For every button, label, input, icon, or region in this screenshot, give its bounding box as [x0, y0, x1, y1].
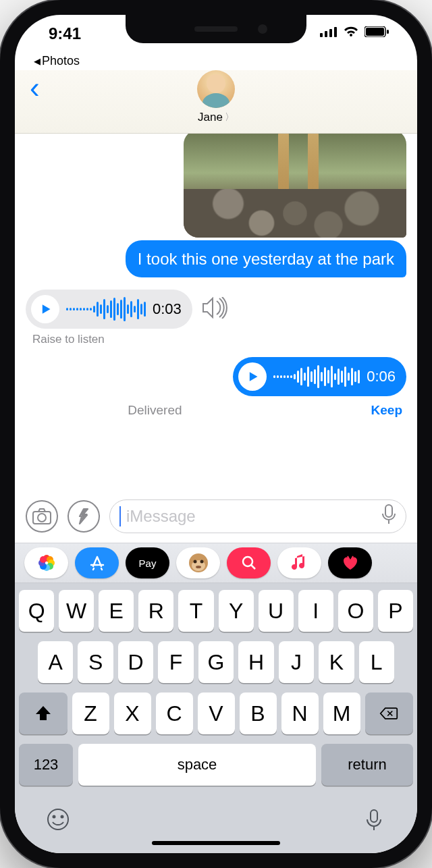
svg-point-23	[243, 557, 252, 566]
key-t[interactable]: T	[178, 590, 213, 632]
app-music[interactable]	[277, 547, 321, 578]
app-memoji[interactable]	[176, 547, 220, 578]
keyboard-row-3: ZXCVBNM	[19, 693, 413, 734]
key-q[interactable]: Q	[19, 590, 54, 632]
key-f[interactable]: F	[158, 641, 193, 683]
message-thread[interactable]: I took this one yesterday at the park 0:…	[15, 134, 417, 489]
camera-button[interactable]	[26, 500, 58, 533]
waveform	[66, 296, 146, 323]
key-h[interactable]: H	[238, 641, 273, 683]
breadcrumb-back-icon: ◂	[34, 54, 40, 67]
app-appstore[interactable]	[75, 547, 119, 578]
app-strip[interactable]: Pay	[15, 543, 417, 583]
audio-hint: Raise to listen	[32, 333, 105, 346]
image-content	[184, 189, 406, 238]
shift-key[interactable]	[19, 693, 68, 734]
key-a[interactable]: A	[38, 641, 73, 683]
svg-point-26	[61, 816, 63, 818]
text-cursor	[119, 506, 121, 526]
speaker-icon[interactable]	[202, 297, 229, 321]
svg-point-24	[48, 809, 68, 830]
key-n[interactable]: N	[281, 693, 319, 734]
key-e[interactable]: E	[99, 590, 134, 632]
key-b[interactable]: B	[240, 693, 277, 734]
screen: 9:41 ◂ Photos ‹ Jane 〉	[15, 15, 417, 853]
svg-rect-5	[366, 28, 384, 36]
key-r[interactable]: R	[138, 590, 173, 632]
key-i[interactable]: I	[298, 590, 333, 632]
breadcrumb[interactable]: ◂ Photos	[15, 51, 417, 70]
dictation-button[interactable]	[381, 504, 396, 528]
numbers-key[interactable]: 123	[19, 744, 73, 786]
key-x[interactable]: X	[114, 693, 151, 734]
key-y[interactable]: Y	[219, 590, 254, 632]
notch	[126, 15, 306, 43]
received-audio-message[interactable]: 0:03	[26, 290, 192, 329]
svg-rect-2	[329, 29, 332, 37]
front-camera	[258, 24, 267, 34]
keyboard-row-4: 123 space return	[19, 744, 413, 786]
key-w[interactable]: W	[59, 590, 94, 632]
key-j[interactable]: J	[279, 641, 314, 683]
message-text: I took this one yesterday at the park	[138, 250, 394, 268]
key-v[interactable]: V	[198, 693, 235, 734]
key-o[interactable]: O	[338, 590, 373, 632]
input-placeholder: iMessage	[126, 507, 376, 526]
earpiece	[194, 26, 238, 32]
wifi-icon	[343, 26, 359, 38]
dictation-key[interactable]	[362, 807, 386, 834]
svg-point-8	[38, 514, 46, 522]
contact-avatar	[197, 70, 235, 108]
apps-button[interactable]	[68, 500, 100, 533]
contact-info[interactable]: Jane 〉	[197, 70, 235, 124]
sent-audio-message[interactable]: 0:06	[233, 357, 406, 396]
key-k[interactable]: K	[319, 641, 354, 683]
delivery-status: Delivered	[128, 403, 182, 418]
keyboard-row-1: QWERTYUIOP	[19, 590, 413, 632]
status-time: 9:41	[35, 23, 81, 43]
compose-bar: iMessage	[15, 489, 417, 543]
keep-button[interactable]: Keep	[371, 403, 402, 418]
svg-point-25	[53, 816, 55, 818]
key-z[interactable]: Z	[72, 693, 109, 734]
message-status-row: Delivered Keep	[128, 403, 402, 418]
play-button[interactable]	[238, 362, 267, 391]
svg-rect-27	[371, 810, 377, 822]
key-g[interactable]: G	[198, 641, 234, 683]
conversation-header: ‹ Jane 〉	[15, 70, 417, 134]
app-search[interactable]	[227, 547, 271, 578]
key-m[interactable]: M	[323, 693, 360, 734]
message-input[interactable]: iMessage	[109, 499, 406, 533]
breadcrumb-label: Photos	[42, 54, 80, 68]
battery-icon	[364, 26, 389, 37]
svg-rect-9	[385, 505, 392, 517]
backspace-key[interactable]	[365, 693, 414, 734]
sent-text-message[interactable]: I took this one yesterday at the park	[126, 240, 406, 277]
key-l[interactable]: L	[359, 641, 394, 683]
svg-rect-6	[387, 30, 389, 34]
play-button[interactable]	[31, 295, 59, 323]
waveform	[273, 363, 360, 390]
back-button[interactable]: ‹	[30, 73, 40, 103]
svg-rect-1	[325, 31, 327, 37]
emoji-button[interactable]	[46, 807, 70, 834]
return-key[interactable]: return	[321, 744, 413, 786]
home-indicator[interactable]	[152, 841, 280, 845]
key-p[interactable]: P	[378, 590, 413, 632]
svg-point-17	[40, 556, 47, 563]
svg-point-21	[200, 560, 203, 564]
key-s[interactable]: S	[78, 641, 113, 683]
key-c[interactable]: C	[156, 693, 193, 734]
chevron-right-icon: 〉	[225, 111, 234, 124]
key-d[interactable]: D	[118, 641, 153, 683]
audio-duration: 0:06	[367, 368, 396, 385]
app-applepay[interactable]: Pay	[126, 547, 169, 578]
space-key[interactable]: space	[78, 744, 316, 786]
cell-signal-icon	[320, 26, 338, 37]
app-photos[interactable]	[24, 547, 68, 578]
key-u[interactable]: U	[259, 590, 294, 632]
app-digitaltouch[interactable]	[328, 547, 372, 578]
svg-point-20	[193, 560, 196, 564]
sent-image-message[interactable]	[184, 134, 406, 238]
device-frame: 9:41 ◂ Photos ‹ Jane 〉	[0, 0, 432, 868]
